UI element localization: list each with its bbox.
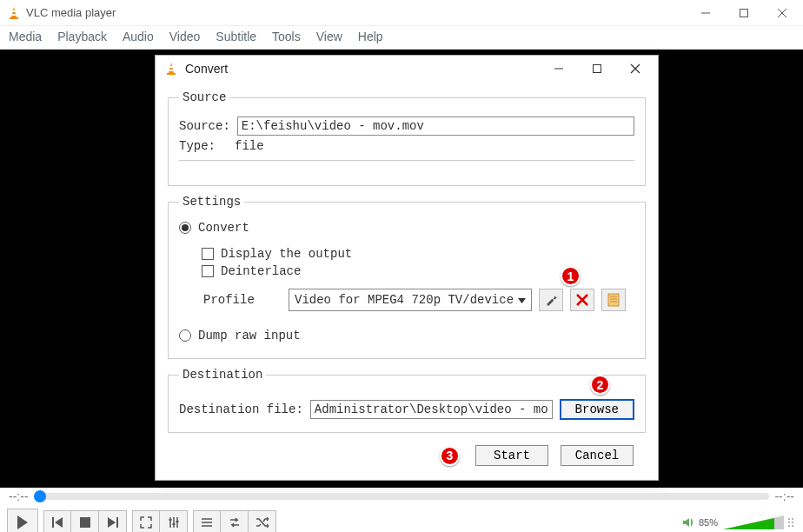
vlc-icon: [164, 62, 178, 76]
grip-icon: [787, 516, 796, 529]
dialog-minimize-button[interactable]: [540, 57, 578, 81]
svg-rect-26: [169, 519, 171, 521]
time-elapsed: --:--: [9, 489, 29, 503]
profile-value: Video for MPEG4 720p TV/device: [295, 293, 514, 307]
shuffle-button[interactable]: [249, 510, 276, 532]
source-label: Source:: [179, 119, 230, 133]
destination-fieldset: Destination Destination file: Browse 2: [168, 368, 646, 433]
playlist-button[interactable]: [193, 510, 221, 532]
browse-button[interactable]: Browse: [560, 399, 634, 420]
svg-rect-4: [740, 9, 748, 17]
svg-rect-8: [169, 70, 174, 71]
seek-thumb[interactable]: [34, 490, 46, 502]
svg-point-36: [788, 525, 790, 527]
source-fieldset: Source Source: Type: file: [168, 90, 646, 186]
volume-slider[interactable]: [723, 514, 784, 531]
destination-file-label: Destination file:: [179, 402, 303, 416]
speaker-icon: [681, 515, 695, 529]
settings-legend: Settings: [179, 195, 244, 209]
close-button[interactable]: [763, 1, 801, 25]
svg-point-35: [792, 522, 793, 523]
convert-radio-label: Convert: [198, 221, 249, 235]
svg-rect-27: [172, 523, 175, 525]
delete-profile-button[interactable]: [570, 289, 594, 311]
new-profile-button[interactable]: [601, 289, 626, 311]
svg-rect-0: [12, 10, 16, 12]
svg-rect-16: [608, 294, 619, 306]
playback-controls: 85%: [0, 505, 803, 532]
extended-settings-button[interactable]: [160, 510, 188, 532]
vlc-icon: [7, 6, 21, 20]
stop-icon: [80, 517, 90, 528]
edit-profile-button[interactable]: [539, 289, 563, 311]
dialog-maximize-button[interactable]: [578, 57, 616, 81]
source-legend: Source: [179, 90, 229, 104]
menu-audio[interactable]: Audio: [123, 30, 154, 43]
destination-file-input[interactable]: [310, 400, 553, 419]
menu-playback[interactable]: Playback: [57, 30, 107, 43]
svg-point-37: [792, 525, 793, 527]
main-titlebar: VLC media player: [0, 0, 803, 26]
previous-button[interactable]: [43, 510, 71, 532]
display-output-label: Display the output: [221, 247, 352, 261]
minimize-button[interactable]: [687, 1, 725, 25]
stop-button[interactable]: [71, 510, 99, 532]
cancel-button[interactable]: Cancel: [561, 445, 634, 466]
convert-radio[interactable]: [179, 222, 191, 234]
video-area: Convert Source Source: Type: file: [0, 50, 803, 488]
menu-tools[interactable]: Tools: [272, 30, 301, 43]
callout-3: 3: [440, 446, 460, 466]
profile-label: Profile: [203, 293, 282, 307]
next-button[interactable]: [99, 510, 127, 532]
svg-rect-21: [80, 517, 90, 528]
menu-help[interactable]: Help: [358, 30, 383, 43]
dump-radio-label: Dump raw input: [198, 329, 301, 342]
svg-point-33: [792, 518, 793, 520]
svg-rect-2: [10, 17, 18, 19]
menu-video[interactable]: Video: [169, 30, 201, 43]
type-value: file: [235, 139, 264, 153]
x-icon: [576, 294, 588, 306]
dump-radio[interactable]: [179, 329, 191, 342]
play-button[interactable]: [7, 509, 38, 532]
menu-view[interactable]: View: [316, 30, 342, 43]
display-output-checkbox[interactable]: [202, 248, 214, 260]
time-total: --:--: [774, 489, 794, 503]
document-icon: [607, 293, 620, 307]
shuffle-icon: [256, 517, 269, 528]
menu-media[interactable]: Media: [9, 30, 42, 43]
source-input[interactable]: [237, 116, 634, 136]
fullscreen-icon: [140, 516, 152, 529]
svg-rect-22: [116, 517, 118, 528]
chevron-down-icon: [518, 293, 526, 307]
menu-subtitle[interactable]: Subtitle: [216, 30, 256, 43]
loop-button[interactable]: [221, 510, 249, 532]
playlist-icon: [201, 517, 213, 528]
svg-rect-1: [12, 14, 17, 16]
skip-prev-icon: [51, 516, 63, 529]
start-button[interactable]: Start: [475, 445, 548, 466]
callout-1: 1: [561, 266, 581, 286]
svg-point-32: [788, 518, 790, 520]
maximize-button[interactable]: [725, 1, 763, 25]
dialog-close-button[interactable]: [616, 57, 654, 81]
svg-rect-20: [52, 517, 54, 528]
skip-next-icon: [107, 516, 119, 529]
svg-rect-7: [169, 66, 173, 68]
svg-rect-28: [176, 521, 178, 522]
fullscreen-button[interactable]: [132, 510, 160, 532]
svg-rect-11: [594, 65, 601, 73]
wrench-icon: [544, 293, 558, 307]
menubar: Media Playback Audio Video Subtitle Tool…: [0, 26, 803, 50]
play-icon: [17, 515, 29, 529]
svg-rect-9: [167, 73, 176, 75]
deinterlace-checkbox[interactable]: [202, 265, 214, 277]
seek-bar: --:-- --:--: [0, 488, 803, 505]
volume-percent: 85%: [699, 517, 718, 528]
convert-dialog: Convert Source Source: Type: file: [155, 55, 659, 481]
type-label: Type:: [179, 139, 228, 153]
volume-control: 85%: [681, 514, 796, 531]
profile-select[interactable]: Video for MPEG4 720p TV/device: [289, 289, 532, 311]
seek-track[interactable]: [34, 493, 770, 500]
deinterlace-label: Deinterlace: [221, 264, 301, 278]
